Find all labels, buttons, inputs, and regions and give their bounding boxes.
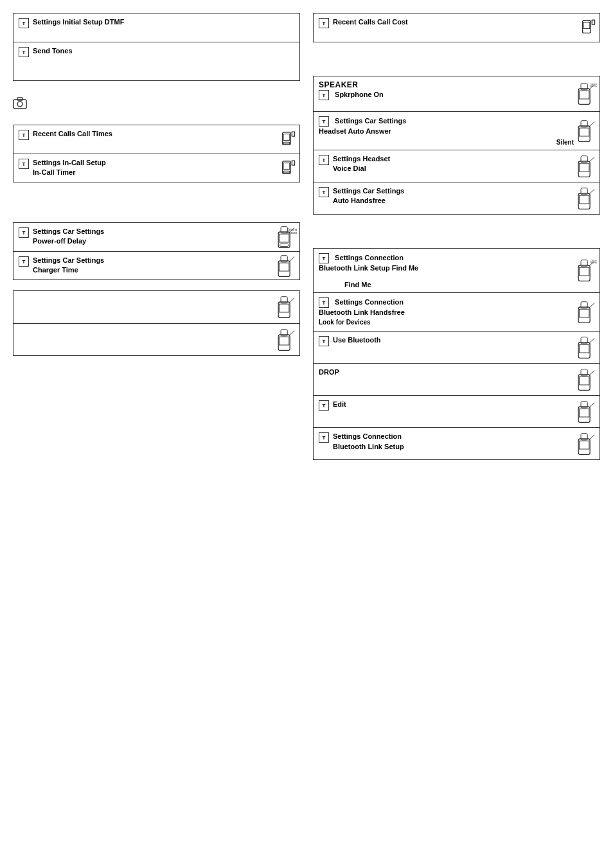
svg-rect-0 xyxy=(13,100,26,109)
svg-rect-4 xyxy=(283,134,290,141)
bt-setup-row: T Settings ConnectionBluetooth Link Setu… xyxy=(314,427,600,459)
phone-icon-ct1 xyxy=(279,130,297,148)
svg-rect-14 xyxy=(279,234,289,242)
speaker-content: SPEAKER T Spkrphone On xyxy=(319,80,594,100)
opt-acc-icon-ahf xyxy=(576,187,597,210)
dtmf-row-2: T Send Tones xyxy=(13,42,299,80)
car-settings-text-1: Settings Car SettingsPower-off Delay xyxy=(33,227,104,247)
bluetooth-panel: T Settings ConnectionBluetooth Link Setu… xyxy=(313,248,600,460)
opt-acc-icon-bt1: Optional Accessory xyxy=(576,259,597,282)
svg-rect-73 xyxy=(579,409,589,417)
svg-rect-37 xyxy=(579,91,589,99)
speaker-panel: SPEAKER T Spkrphone On Optional Accessor… xyxy=(313,76,600,215)
opt-acc-icon-bt6 xyxy=(576,432,597,456)
left-column: T Settings Initial Setup DTMF T Send Ton… xyxy=(13,13,300,460)
bt-find-me-row: T Settings ConnectionBluetooth Link Setu… xyxy=(314,249,600,292)
menu-icon-cs2: T xyxy=(19,256,29,267)
opt-acc-icon-sp: Optional Accessory xyxy=(576,82,597,105)
call-cost-row-1: T Recent Calls Call Cost xyxy=(314,13,600,42)
bt-drop-content: DROP xyxy=(319,368,594,377)
opt-acc-icon-bt3 xyxy=(576,336,597,359)
speaker-sub-text: Spkrphone On xyxy=(335,91,384,98)
call-cost-panel: T Recent Calls Call Cost xyxy=(313,13,600,42)
dtmf-content-1: T Settings Initial Setup DTMF xyxy=(19,17,294,28)
svg-line-63 xyxy=(590,303,594,306)
car-settings-content-1: T Settings Car SettingsPower-off Delay xyxy=(19,227,294,247)
dtmf-text-2: Send Tones xyxy=(33,46,73,56)
svg-line-79 xyxy=(590,434,594,438)
voice-dial-text: Settings HeadsetVoice Dial xyxy=(333,154,390,174)
page-layout: T Settings Initial Setup DTMF T Send Ton… xyxy=(13,13,600,460)
call-times-content-2: T Settings In-Call SetupIn-Call Timer xyxy=(19,158,294,178)
bt-drop-text: DROP xyxy=(319,368,339,377)
bt-use-row: T Use Bluetooth xyxy=(314,331,600,363)
opt-acc-icon-cs2 xyxy=(276,254,297,278)
bt-setup-content: T Settings ConnectionBluetooth Link Setu… xyxy=(319,432,594,452)
dtmf-row-1: T Settings Initial Setup DTMF xyxy=(13,13,299,42)
bt-handsfree-content: T Settings ConnectionBluetooth Link Hand… xyxy=(319,297,594,325)
opt-acc-icon-bt4 xyxy=(576,368,597,391)
voice-dial-content: T Settings HeadsetVoice Dial xyxy=(319,154,594,174)
dtmf-content-2: T Send Tones xyxy=(19,46,294,57)
car-settings-row-2: T Settings Car SettingsCharger Time xyxy=(13,251,299,279)
svg-text:Accessory: Accessory xyxy=(591,262,597,265)
spacer-2 xyxy=(313,53,600,66)
bt-edit-text: Edit xyxy=(333,400,346,409)
car-settings-text-2: Settings Car SettingsCharger Time xyxy=(33,256,104,276)
call-cost-text-1: Recent Calls Call Cost xyxy=(333,17,408,27)
opt-acc-icon-cs4 xyxy=(276,328,297,351)
svg-point-1 xyxy=(17,102,22,107)
spacer-1 xyxy=(13,193,300,212)
auto-handsfree-content: T Settings Car SettingsAuto Handsfree xyxy=(319,186,594,206)
menu-icon-bt2: T xyxy=(319,297,329,308)
menu-icon-ahf: T xyxy=(319,187,329,197)
svg-text:Accessory: Accessory xyxy=(591,85,597,87)
opt-acc-icon-vd xyxy=(576,155,597,178)
bt-setup-text: Settings ConnectionBluetooth Link Setup xyxy=(333,432,404,452)
camera-row xyxy=(13,91,300,114)
car-settings-2-row-1 xyxy=(13,291,299,323)
menu-icon-sp1: T xyxy=(319,90,329,100)
svg-line-45 xyxy=(590,121,594,125)
svg-text:Accessory: Accessory xyxy=(286,231,297,235)
auto-handsfree-text: Settings Car SettingsAuto Handsfree xyxy=(333,186,404,206)
menu-icon-bt3: T xyxy=(319,336,329,346)
headset-auto-row: T Settings Car SettingsHeadset Auto Answ… xyxy=(314,111,600,150)
svg-rect-10 xyxy=(283,171,290,173)
opt-acc-icon-ha xyxy=(576,120,597,143)
bt-find-me-content: T Settings ConnectionBluetooth Link Setu… xyxy=(319,252,594,288)
svg-line-31 xyxy=(290,330,294,334)
svg-line-49 xyxy=(590,157,594,161)
bt-use-text: Use Bluetooth xyxy=(333,335,381,345)
menu-icon-cc1: T xyxy=(319,18,329,28)
svg-line-75 xyxy=(590,402,594,406)
menu-icon-ct2: T xyxy=(19,159,29,169)
car-settings-2-panel xyxy=(13,290,300,356)
svg-rect-65 xyxy=(579,344,589,353)
opt-acc-icon-cs3 xyxy=(276,296,297,319)
svg-rect-77 xyxy=(579,441,589,449)
menu-icon-dtmf-1: T xyxy=(19,18,29,28)
menu-icon-cs1: T xyxy=(19,227,29,238)
voice-dial-row: T Settings HeadsetVoice Dial xyxy=(314,150,600,182)
svg-rect-47 xyxy=(579,163,589,172)
bt-edit-row: T Edit xyxy=(314,395,600,427)
svg-rect-25 xyxy=(279,304,289,312)
call-times-row-2: T Settings In-Call SetupIn-Call Timer xyxy=(13,154,299,182)
svg-rect-29 xyxy=(279,337,289,345)
svg-rect-43 xyxy=(579,128,589,136)
menu-icon-dtmf-2: T xyxy=(19,47,29,57)
bt-look-devices-label: Look for Devices xyxy=(319,319,371,326)
svg-rect-5 xyxy=(283,142,290,144)
svg-rect-61 xyxy=(579,309,589,317)
svg-rect-35 xyxy=(592,21,594,24)
dtmf-text-1: Settings Initial Setup DTMF xyxy=(33,17,124,27)
car-settings-content-2: T Settings Car SettingsCharger Time xyxy=(19,256,294,276)
call-times-content-1: T Recent Calls Call Times xyxy=(19,129,294,140)
call-times-row-1: T Recent Calls Call Times xyxy=(13,125,299,154)
phone-icon-cc1 xyxy=(579,19,597,37)
svg-rect-33 xyxy=(583,22,590,29)
svg-rect-7 xyxy=(292,132,294,136)
svg-rect-12 xyxy=(292,161,294,164)
bt-edit-content: T Edit xyxy=(319,400,594,411)
